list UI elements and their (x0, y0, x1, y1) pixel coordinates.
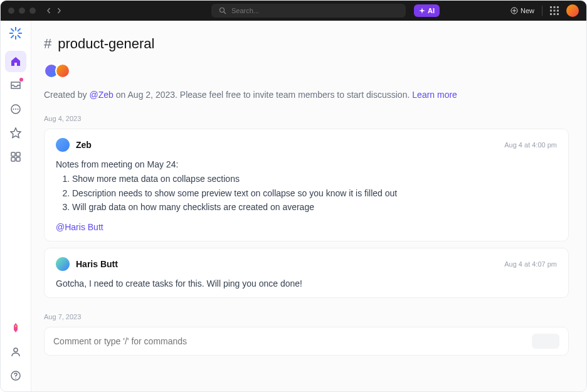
app-logo[interactable] (9, 27, 22, 40)
message-card: Haris Butt Aug 4 at 4:07 pm Gotcha, I ne… (44, 248, 569, 298)
back-button[interactable] (46, 8, 52, 14)
grid-icon (10, 151, 21, 162)
search-input[interactable] (231, 7, 398, 14)
person-icon (10, 346, 21, 358)
new-label: New (521, 7, 534, 14)
learn-more-link[interactable]: Learn more (412, 90, 457, 100)
author-name: Zeb (76, 140, 92, 150)
search-bar[interactable] (211, 4, 406, 18)
main-content: # product-general Created by @Zeb on Aug… (31, 21, 586, 392)
svg-line-18 (11, 29, 14, 31)
created-suffix: on Aug 2, 2023. Please feel free to invi… (116, 90, 410, 100)
member-avatars[interactable] (44, 63, 569, 78)
member-avatar (55, 63, 70, 78)
author-name: Haris Butt (76, 259, 118, 269)
list-item: Show more meta data on collapse sections (72, 173, 557, 186)
plus-circle-icon (510, 7, 518, 14)
svg-point-0 (220, 8, 225, 13)
svg-point-31 (14, 348, 18, 352)
created-prefix: Created by (44, 90, 87, 100)
sidebar-help[interactable] (5, 365, 26, 386)
hash-icon: # (44, 36, 51, 52)
rocket-icon (10, 322, 21, 334)
svg-point-23 (13, 109, 14, 110)
sparkle-icon (419, 8, 425, 14)
channel-name: product-general (58, 36, 154, 52)
message-intro: Notes from meeting on May 24: (56, 159, 557, 169)
creator-link[interactable]: @Zeb (89, 90, 113, 100)
composer[interactable] (44, 327, 569, 356)
svg-rect-7 (557, 6, 559, 8)
new-button[interactable]: New (510, 7, 534, 14)
svg-point-33 (15, 378, 16, 379)
svg-rect-9 (554, 10, 556, 12)
author-avatar[interactable] (56, 138, 70, 152)
more-icon (10, 103, 21, 115)
message-text: Gotcha, I need to create tasks for this.… (56, 278, 557, 289)
svg-rect-6 (554, 6, 556, 8)
send-button[interactable] (532, 334, 559, 349)
topbar: AI New (1, 1, 586, 21)
minimize-window[interactable] (19, 8, 25, 14)
search-icon (219, 7, 226, 14)
svg-rect-8 (550, 10, 552, 12)
maximize-window[interactable] (29, 8, 36, 14)
ai-button[interactable]: AI (414, 4, 440, 17)
sidebar-dashboards[interactable] (5, 146, 26, 167)
svg-line-21 (18, 29, 21, 31)
mention-link[interactable]: @Haris Butt (56, 222, 103, 232)
svg-rect-29 (16, 157, 20, 161)
date-divider: Aug 7, 2023 (44, 313, 569, 320)
svg-point-30 (15, 326, 17, 327)
star-icon (10, 127, 21, 139)
navigation-arrows (46, 8, 62, 14)
svg-line-19 (18, 36, 21, 38)
message-timestamp: Aug 4 at 4:07 pm (504, 260, 557, 268)
help-icon (10, 370, 21, 381)
sidebar (1, 21, 31, 392)
svg-rect-12 (554, 13, 556, 15)
notes-list: Show more meta data on collapse sections… (56, 173, 557, 214)
date-divider: Aug 4, 2023 (44, 115, 569, 122)
author-avatar[interactable] (56, 257, 70, 271)
message-header: Zeb Aug 4 at 4:00 pm (56, 138, 557, 152)
user-avatar[interactable] (566, 4, 579, 17)
svg-rect-11 (550, 13, 552, 15)
apps-icon[interactable] (550, 6, 559, 15)
list-item: Description needs to show some preview t… (72, 188, 557, 200)
message-body: Notes from meeting on May 24: Show more … (56, 159, 557, 232)
svg-rect-28 (11, 157, 15, 161)
topbar-right: New (510, 4, 579, 17)
ai-label: AI (428, 7, 435, 14)
svg-rect-26 (11, 152, 15, 156)
sidebar-more[interactable] (5, 98, 26, 120)
message-timestamp: Aug 4 at 4:00 pm (504, 141, 557, 149)
svg-rect-27 (16, 152, 20, 156)
message-body: Gotcha, I need to create tasks for this.… (56, 278, 557, 289)
svg-rect-10 (557, 10, 559, 12)
forward-button[interactable] (56, 8, 62, 14)
sidebar-upgrade[interactable] (5, 317, 26, 339)
svg-rect-5 (550, 6, 552, 8)
close-window[interactable] (8, 8, 14, 14)
divider (542, 6, 542, 16)
svg-point-25 (18, 109, 19, 110)
window-controls (8, 8, 36, 14)
sidebar-favorites[interactable] (5, 122, 26, 144)
sidebar-inbox[interactable] (5, 75, 26, 96)
svg-line-1 (224, 12, 226, 14)
home-icon (10, 56, 21, 67)
sidebar-home[interactable] (5, 51, 26, 72)
composer-input[interactable] (53, 336, 532, 346)
list-item: Will grab data on how many checklists ar… (72, 201, 557, 214)
svg-point-24 (15, 109, 16, 110)
notification-badge (19, 78, 23, 82)
inbox-icon (10, 80, 21, 91)
channel-info: Created by @Zeb on Aug 2, 2023. Please f… (44, 90, 569, 100)
svg-rect-13 (557, 13, 559, 15)
channel-header: # product-general (44, 36, 569, 52)
message-card: Zeb Aug 4 at 4:00 pm Notes from meeting … (44, 129, 569, 241)
sidebar-people[interactable] (5, 341, 26, 363)
svg-line-20 (11, 36, 14, 38)
message-header: Haris Butt Aug 4 at 4:07 pm (56, 257, 557, 271)
